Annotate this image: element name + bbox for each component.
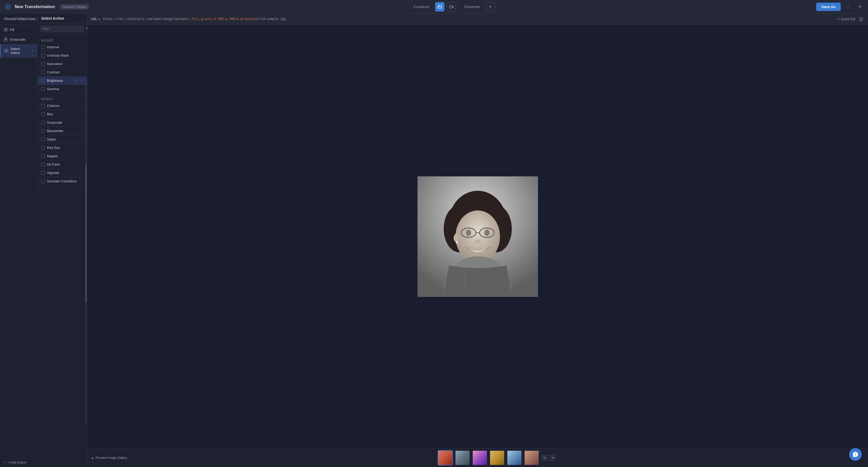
- action-item-blackwhite[interactable]: Blackwhite: [37, 127, 87, 135]
- action-item-contrast[interactable]: Contrast: [37, 68, 87, 77]
- thumbnail-6[interactable]: [524, 450, 539, 465]
- preview-gallery-bar: ▲ Preview Image Gallery: [87, 448, 868, 467]
- add-action-button[interactable]: + + Add Action: [0, 458, 37, 467]
- fill-item-label: Fill: [10, 28, 14, 32]
- page-title: New Transformation: [15, 4, 55, 9]
- edit-icon: ✏: [837, 17, 840, 21]
- action-item-unsharp-mask[interactable]: Unsharp Mask: [37, 51, 87, 60]
- contrast-label: Contrast: [47, 70, 83, 74]
- improve-icon: [41, 45, 45, 49]
- action-item-red-eye[interactable]: Red Eye: [37, 144, 87, 152]
- svg-point-15: [456, 210, 500, 263]
- brightness-info-icon: ⓘ: [75, 79, 78, 83]
- transformation-item-select-action[interactable]: Select Action ✕: [0, 44, 37, 58]
- add-icon: +: [4, 460, 6, 464]
- preview-image-area: [87, 25, 868, 448]
- transformation-panel: Transformation ⓘ Fill Grayscale Select: [0, 13, 37, 467]
- image-mode-button[interactable]: [435, 2, 444, 11]
- transformation-item-fill[interactable]: Fill: [0, 25, 37, 35]
- negate-label: Negate: [47, 154, 83, 158]
- vignette-label: Vignette: [47, 171, 83, 175]
- sparkle-button[interactable]: [486, 2, 495, 11]
- url-suffix: /cld-sample.jpg: [257, 17, 286, 21]
- action-item-sepia[interactable]: Sepia: [37, 135, 87, 144]
- filter-input[interactable]: [40, 25, 84, 32]
- action-list: Adjust Improve Unsharp Mask Saturation C…: [37, 35, 87, 467]
- app-header: New Transformation Unsaved Changes Const…: [0, 0, 868, 13]
- svg-rect-3: [450, 5, 452, 8]
- svg-point-20: [484, 230, 490, 236]
- svg-point-19: [466, 230, 471, 236]
- action-item-brightness[interactable]: Brightness ⓘ ☆: [37, 77, 87, 85]
- thumbnail-2[interactable]: [455, 450, 470, 465]
- save-as-button[interactable]: Save As: [816, 3, 841, 11]
- transformation-items-list: Fill Grayscale Select Action ✕: [0, 25, 37, 458]
- adjust-section-label: Adjust: [37, 37, 87, 43]
- action-item-vignette[interactable]: Vignette: [37, 169, 87, 177]
- unsharp-mask-icon: [41, 54, 45, 57]
- grayscale-item-label: Grayscale: [10, 37, 25, 41]
- saturation-label: Saturation: [47, 62, 83, 66]
- action-item-grayscale-effect[interactable]: Grayscale: [37, 118, 87, 127]
- delete-thumbnail-button[interactable]: ✕: [549, 455, 556, 461]
- oil-paint-label: Oil Paint: [47, 163, 83, 167]
- thumbnail-4-image: [490, 451, 504, 465]
- thumbnail-3[interactable]: [472, 450, 488, 465]
- select-action-item-icon: [4, 49, 8, 53]
- scrollbar-thumb[interactable]: [85, 164, 87, 303]
- grayscale-item-icon: [4, 37, 8, 41]
- transformation-item-grayscale[interactable]: Grayscale: [0, 35, 37, 44]
- contrast-icon: [41, 70, 45, 74]
- converse-button[interactable]: Converse: [461, 3, 484, 10]
- construct-button[interactable]: Construct: [410, 3, 433, 10]
- thumbnail-1[interactable]: [438, 450, 453, 465]
- select-action-item-label: Select Action: [10, 47, 29, 55]
- blur-label: Blur: [47, 112, 83, 116]
- video-mode-button[interactable]: [446, 2, 456, 11]
- action-selector-panel: Select Action 🔍 ✕ Adjust Improve Unsharp…: [37, 13, 87, 467]
- quick-edit-label: Quick Edit: [841, 17, 856, 21]
- blur-icon: [41, 112, 45, 116]
- action-selector-header: Select Action: [37, 13, 87, 23]
- action-item-colorize[interactable]: Colorize: [37, 102, 87, 110]
- url-label[interactable]: URL ▾: [91, 17, 100, 21]
- action-item-blur[interactable]: Blur: [37, 110, 87, 118]
- grayscale-effect-icon: [41, 121, 45, 124]
- url-params: c_fill,g_auto,h_500,w_500/e_grayscale: [188, 17, 257, 21]
- svg-rect-4: [5, 29, 7, 31]
- action-item-gamma[interactable]: Gamma: [37, 85, 87, 93]
- select-action-close-icon[interactable]: ✕: [31, 49, 33, 53]
- more-options-button[interactable]: ⋮: [844, 3, 852, 11]
- red-eye-icon: [41, 146, 45, 150]
- blackwhite-label: Blackwhite: [47, 129, 83, 133]
- gamma-label: Gamma: [47, 87, 83, 91]
- copy-url-button[interactable]: [858, 16, 864, 23]
- fill-item-icon: [4, 28, 8, 32]
- brightness-label: Brightness: [47, 79, 73, 83]
- preview-image: [417, 176, 538, 297]
- thumbnail-5[interactable]: [507, 450, 522, 465]
- brightness-star-icon[interactable]: ☆: [80, 79, 83, 83]
- refresh-thumbnail-button[interactable]: ↻: [541, 455, 548, 461]
- chat-fab-button[interactable]: [849, 448, 862, 461]
- quick-edit-button[interactable]: ✏ Quick Edit: [837, 17, 856, 21]
- action-selector-title: Select Action: [41, 16, 64, 21]
- thumbnail-3-image: [473, 451, 487, 465]
- unsaved-badge: Unsaved Changes: [60, 4, 89, 9]
- transformation-panel-title: Transformation: [4, 17, 35, 21]
- close-button[interactable]: ✕: [856, 3, 864, 11]
- negate-icon: [41, 154, 45, 158]
- thumbnail-2-image: [456, 451, 470, 465]
- red-eye-label: Red Eye: [47, 146, 83, 150]
- action-item-improve[interactable]: Improve: [37, 43, 87, 51]
- preview-panel: URL ▾ https://res.cloudinary.com/demo/im…: [87, 13, 868, 467]
- url-prefix: https://res.cloudinary.com/demo/image/up…: [103, 17, 188, 21]
- action-item-saturation[interactable]: Saturation: [37, 60, 87, 68]
- thumbnail-6-image: [525, 451, 539, 465]
- action-item-simulate-colorblind[interactable]: Simulate Colorblind: [37, 177, 87, 185]
- action-item-oil-paint[interactable]: Oil Paint: [37, 160, 87, 169]
- transformation-panel-header: Transformation ⓘ: [0, 13, 37, 25]
- action-item-negate[interactable]: Negate: [37, 152, 87, 160]
- gallery-chevron-icon: ▲: [91, 456, 94, 460]
- thumbnail-4[interactable]: [490, 450, 505, 465]
